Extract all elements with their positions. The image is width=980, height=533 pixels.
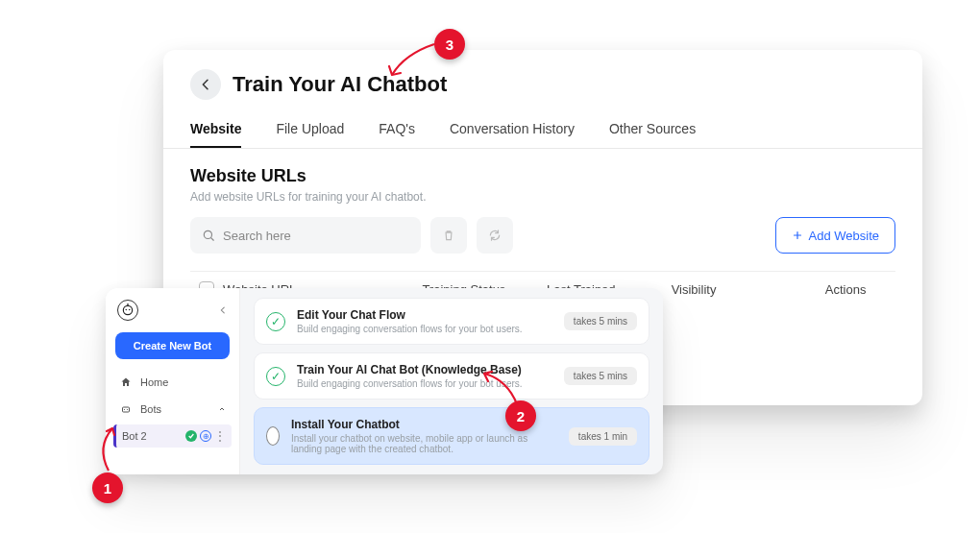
refresh-button[interactable] [477,217,513,254]
dashboard-panel: Create New Bot Home Bots Bot 2 ⊕ ⋮ ✓ Edi… [106,288,663,474]
nav-bots[interactable]: Bots [113,396,232,423]
tabs: Website File Upload FAQ's Conversation H… [190,121,895,148]
tab-website[interactable]: Website [190,121,241,148]
step-train-ai-chatbot[interactable]: ✓ Train Your AI Chat Bot (Knowledge Base… [254,352,649,400]
section-subtitle: Add website URLs for training your AI ch… [190,190,895,204]
tab-file-upload[interactable]: File Upload [276,121,344,148]
bots-icon [119,402,133,416]
step-desc: Build engaging conversation flows for yo… [297,378,523,389]
annotation-badge-1: 1 [92,472,123,503]
plus-icon [792,230,803,241]
search-placeholder: Search here [223,229,291,243]
nav-bots-label: Bots [140,403,161,415]
svg-point-9 [127,409,128,410]
collapse-icon[interactable] [218,305,228,315]
chevron-up-icon [218,405,226,413]
search-icon [202,229,215,242]
check-icon: ✓ [266,312,285,331]
add-website-label: Add Website [809,229,879,243]
svg-point-3 [125,309,127,311]
annotation-badge-2: 2 [505,400,536,431]
tab-faqs[interactable]: FAQ's [379,121,415,148]
step-install-chatbot[interactable]: Install Your Chatbot Install your chatbo… [254,407,649,465]
globe-icon: ⊕ [200,430,211,442]
steps-list: ✓ Edit Your Chat Flow Build engaging con… [240,288,663,474]
svg-point-6 [127,303,128,304]
svg-point-2 [123,305,132,314]
col-actions: Actions [796,282,895,297]
home-icon [119,376,133,389]
bot-name: Bot 2 [122,430,147,442]
nav-home[interactable]: Home [113,369,232,396]
kebab-icon[interactable]: ⋮ [214,430,226,442]
sidebar: Create New Bot Home Bots Bot 2 ⊕ ⋮ [106,288,240,474]
add-website-button[interactable]: Add Website [775,217,895,254]
section-title: Website URLs [190,166,895,186]
svg-point-4 [129,309,131,311]
back-button[interactable] [190,69,221,100]
tab-conversation-history[interactable]: Conversation History [450,121,575,148]
step-tag: takes 5 mins [564,312,637,330]
step-tag: takes 1 min [569,427,637,446]
step-title: Edit Your Chat Flow [297,308,523,322]
check-icon: ✓ [266,367,285,386]
step-title: Train Your AI Chat Bot (Knowledge Base) [297,363,523,376]
create-new-bot-button[interactable]: Create New Bot [115,332,230,359]
step-desc: Build engaging conversation flows for yo… [297,324,523,334]
step-edit-chat-flow[interactable]: ✓ Edit Your Chat Flow Build engaging con… [254,298,649,345]
annotation-badge-3: 3 [434,29,465,60]
delete-button[interactable] [430,217,467,254]
check-icon [266,426,280,446]
svg-rect-7 [123,407,130,412]
search-input[interactable]: Search here [190,217,421,254]
svg-point-8 [124,409,125,410]
col-visibility: Visibility [672,282,796,297]
tab-other-sources[interactable]: Other Sources [609,121,696,148]
step-desc: Install your chatbot on website, mobile … [291,433,557,454]
step-tag: takes 5 mins [564,367,637,385]
sidebar-bot-item[interactable]: Bot 2 ⊕ ⋮ [113,424,232,448]
logo-icon [117,300,138,321]
svg-line-1 [211,238,214,241]
arrow-left-icon [198,77,213,92]
refresh-icon [488,229,502,242]
status-active-icon [185,430,197,442]
trash-icon [442,229,455,242]
page-title: Train Your AI Chatbot [233,72,447,97]
nav-home-label: Home [140,376,168,388]
